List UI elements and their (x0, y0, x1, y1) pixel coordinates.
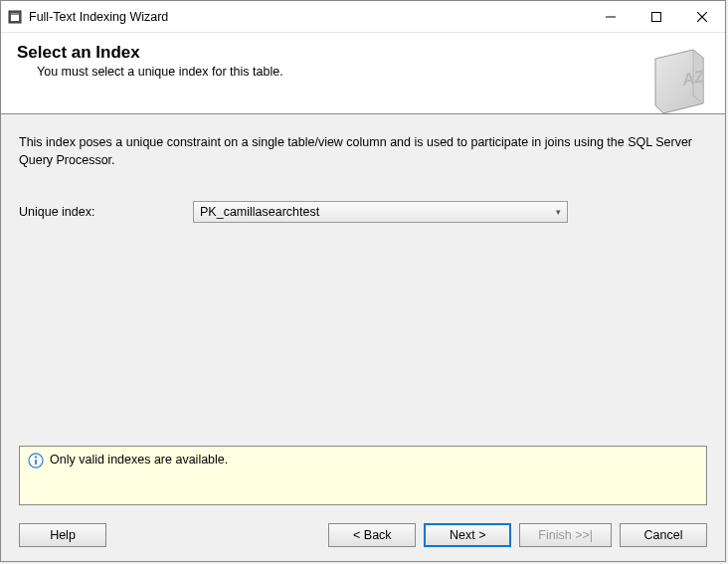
wizard-book-icon: AZ (645, 44, 715, 113)
svg-rect-4 (652, 13, 661, 22)
close-button[interactable] (679, 1, 725, 33)
svg-point-11 (35, 456, 37, 458)
next-button[interactable]: Next > (424, 523, 511, 547)
maximize-icon (651, 12, 661, 22)
window-title: Full-Text Indexing Wizard (29, 10, 588, 24)
svg-rect-12 (35, 460, 37, 465)
info-message: Only valid indexes are available. (50, 453, 228, 467)
dropdown-value: PK_camillasearchtest (200, 205, 319, 219)
wizard-content: This index poses a unique constraint on … (1, 114, 725, 509)
unique-index-label: Unique index: (19, 205, 193, 219)
cancel-button[interactable]: Cancel (620, 523, 707, 547)
page-title: Select an Index (17, 43, 709, 63)
close-icon (697, 12, 707, 22)
wizard-footer: Help < Back Next > Finish >>| Cancel (1, 509, 725, 561)
window-controls (588, 1, 725, 32)
unique-index-row: Unique index: PK_camillasearchtest ▾ (19, 201, 707, 223)
page-subtitle: You must select a unique index for this … (17, 65, 709, 79)
app-icon (7, 9, 23, 25)
minimize-button[interactable] (588, 1, 634, 33)
svg-rect-2 (11, 13, 19, 15)
maximize-button[interactable] (634, 1, 679, 33)
help-button[interactable]: Help (19, 523, 106, 547)
unique-index-dropdown[interactable]: PK_camillasearchtest ▾ (193, 201, 568, 223)
titlebar: Full-Text Indexing Wizard (1, 1, 725, 33)
wizard-header: Select an Index You must select a unique… (1, 33, 725, 114)
finish-button: Finish >>| (519, 523, 612, 547)
wizard-window: Full-Text Indexing Wizard Select an Inde… (0, 0, 726, 562)
chevron-down-icon: ▾ (556, 207, 561, 217)
info-icon (28, 453, 44, 469)
description-text: This index poses a unique constraint on … (19, 134, 707, 169)
info-panel: Only valid indexes are available. (19, 446, 707, 505)
back-button[interactable]: < Back (328, 523, 416, 547)
minimize-icon (606, 12, 616, 22)
